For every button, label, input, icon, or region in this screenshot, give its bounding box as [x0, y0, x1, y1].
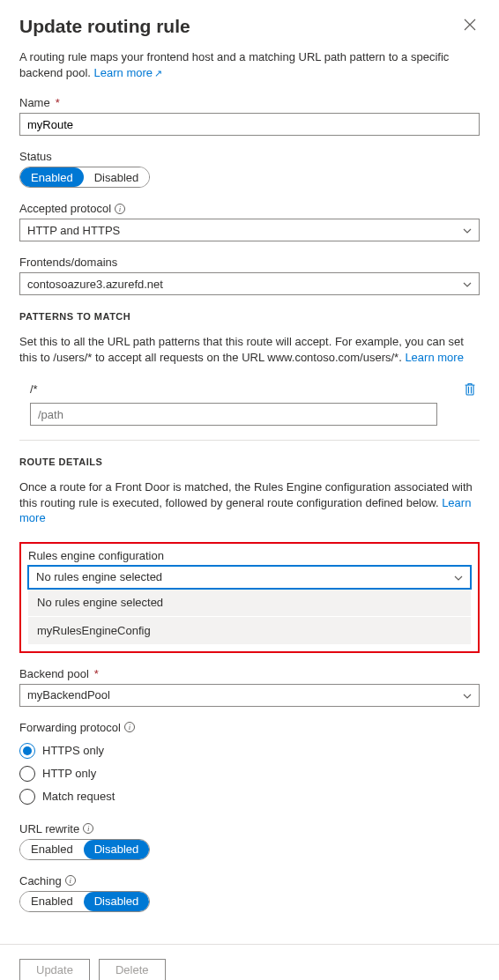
caching-disabled[interactable]: Disabled: [84, 892, 150, 911]
learn-more-link[interactable]: Learn more↗: [94, 66, 162, 79]
chevron-down-icon: [463, 690, 472, 701]
rules-engine-option[interactable]: No rules engine selected: [28, 589, 471, 616]
backend-label: Backend pool*: [19, 667, 480, 680]
backend-dropdown[interactable]: myBackendPool: [19, 684, 480, 707]
patterns-heading: PATTERNS TO MATCH: [19, 311, 480, 322]
radio-icon: [19, 766, 35, 782]
pattern-input[interactable]: [30, 403, 437, 426]
rules-engine-option[interactable]: myRulesEngineConfig: [28, 616, 471, 644]
status-label: Status: [19, 150, 480, 163]
route-desc: Once a route for a Front Door is matched…: [19, 479, 480, 526]
fwd-protocol-option-match[interactable]: Match request: [19, 785, 480, 808]
close-icon[interactable]: [460, 16, 480, 35]
panel-title: Update routing rule: [19, 16, 190, 37]
protocol-dropdown[interactable]: HTTP and HTTPS: [19, 219, 480, 241]
status-disabled[interactable]: Disabled: [84, 167, 150, 187]
url-rewrite-disabled[interactable]: Disabled: [84, 840, 150, 859]
rules-engine-label: Rules engine configuration: [28, 549, 471, 562]
rules-engine-highlight: Rules engine configuration No rules engi…: [19, 542, 480, 653]
fwd-protocol-option-http[interactable]: HTTP only: [19, 762, 480, 785]
radio-icon: [19, 743, 35, 759]
url-rewrite-enabled[interactable]: Enabled: [20, 840, 84, 859]
rules-engine-options: No rules engine selected myRulesEngineCo…: [28, 589, 471, 644]
status-enabled[interactable]: Enabled: [20, 167, 84, 187]
url-rewrite-label: URL rewrite i: [19, 822, 480, 835]
chevron-down-icon: [463, 278, 472, 289]
chevron-down-icon: [463, 225, 472, 235]
required-icon: *: [94, 667, 99, 680]
fwd-protocol-option-https[interactable]: HTTPS only: [19, 739, 480, 762]
patterns-learn-more-link[interactable]: Learn more: [405, 351, 463, 364]
trash-icon[interactable]: [464, 382, 476, 396]
rules-engine-dropdown[interactable]: No rules engine selected: [28, 566, 471, 589]
caching-enabled[interactable]: Enabled: [20, 892, 84, 911]
update-button[interactable]: Update: [19, 959, 90, 980]
caching-toggle[interactable]: Enabled Disabled: [19, 891, 150, 912]
chevron-down-icon: [454, 572, 463, 583]
radio-icon: [19, 789, 35, 805]
required-icon: *: [56, 96, 60, 109]
info-icon[interactable]: i: [83, 823, 93, 834]
patterns-desc: Set this to all the URL path patterns th…: [19, 334, 480, 365]
pattern-item: /*: [19, 381, 480, 399]
intro-text: A routing rule maps your frontend host a…: [19, 49, 480, 80]
footer: Update Delete: [0, 944, 499, 980]
frontends-dropdown[interactable]: contosoazure3.azurefd.net: [19, 272, 480, 295]
frontends-label: Frontends/domains: [19, 256, 480, 269]
protocol-label: Accepted protocol i: [19, 202, 480, 215]
caching-label: Caching i: [19, 874, 480, 887]
info-icon[interactable]: i: [115, 204, 125, 214]
fwd-protocol-label: Forwarding protocol i: [19, 721, 480, 734]
external-link-icon: ↗: [154, 68, 162, 78]
route-heading: ROUTE DETAILS: [19, 457, 480, 467]
status-toggle[interactable]: Enabled Disabled: [19, 167, 150, 188]
delete-button[interactable]: Delete: [99, 959, 166, 980]
info-icon[interactable]: i: [65, 875, 76, 886]
name-label: Name*: [19, 96, 480, 109]
divider: [19, 440, 480, 441]
info-icon[interactable]: i: [124, 722, 135, 732]
name-input[interactable]: [19, 113, 480, 136]
url-rewrite-toggle[interactable]: Enabled Disabled: [19, 839, 150, 860]
